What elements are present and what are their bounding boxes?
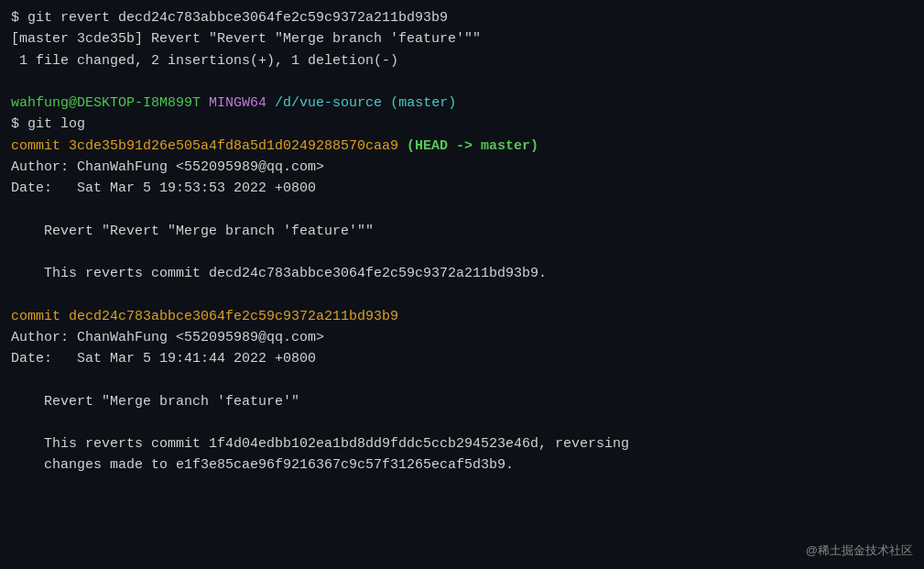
terminal-line: [master 3cde35b] Revert "Revert "Merge b… — [11, 28, 913, 49]
terminal-line: $ git log — [11, 114, 913, 135]
terminal-line: Date: Sat Mar 5 19:53:53 2022 +0800 — [11, 178, 913, 199]
terminal-line: This reverts commit 1f4d04edbb102ea1bd8d… — [11, 433, 913, 454]
terminal-line: 1 file changed, 2 insertions(+), 1 delet… — [11, 50, 913, 71]
terminal-line — [11, 242, 913, 263]
terminal-line: commit decd24c783abbce3064fe2c59c9372a21… — [11, 306, 913, 327]
terminal-line: commit 3cde35b91d26e505a4fd8a5d1d0249288… — [11, 136, 913, 157]
terminal-line — [11, 284, 913, 305]
terminal-line: Revert "Merge branch 'feature'" — [11, 391, 913, 412]
terminal-line — [11, 369, 913, 390]
terminal-window: $ git revert decd24c783abbce3064fe2c59c9… — [11, 7, 913, 476]
terminal-line: Date: Sat Mar 5 19:41:44 2022 +0800 — [11, 348, 913, 369]
terminal-line: wahfung@DESKTOP-I8M899T MINGW64 /d/vue-s… — [11, 93, 913, 114]
terminal-line — [11, 412, 913, 433]
terminal-line: $ git revert decd24c783abbce3064fe2c59c9… — [11, 7, 913, 28]
terminal-line: Author: ChanWahFung <552095989@qq.com> — [11, 157, 913, 178]
terminal-line: This reverts commit decd24c783abbce3064f… — [11, 263, 913, 284]
terminal-line — [11, 71, 913, 93]
terminal-line: changes made to e1f3e85cae96f9216367c9c5… — [11, 454, 913, 476]
terminal-output: $ git revert decd24c783abbce3064fe2c59c9… — [11, 7, 913, 476]
terminal-line: Author: ChanWahFung <552095989@qq.com> — [11, 327, 913, 348]
watermark: @稀土掘金技术社区 — [806, 542, 913, 560]
terminal-line — [11, 199, 913, 220]
terminal-line: Revert "Revert "Merge branch 'feature'"" — [11, 221, 913, 242]
